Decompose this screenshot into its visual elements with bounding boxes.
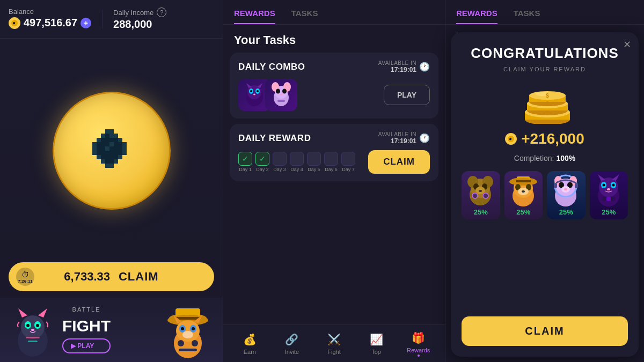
day-4-check [290, 152, 304, 166]
daily-reward-body: ✓ Day 1 ✓ Day 2 Day 3 Day 4 [238, 150, 430, 174]
svg-rect-34 [114, 151, 118, 155]
right-tab-rewards[interactable]: REWARDS [456, 9, 497, 24]
daily-reward-header: DAILY REWARD AVAILABLE IN 17:19:01 🕐 [238, 131, 430, 145]
coins-stack: $ $ $ [518, 81, 572, 124]
svg-marker-141 [598, 174, 605, 181]
balance-section: Balance 497,516.67 + [9, 8, 91, 31]
svg-rect-44 [105, 159, 109, 164]
day-1: ✓ Day 1 [238, 152, 252, 172]
timer-circle: ⏱ 7:26:11 [16, 268, 34, 286]
balance-label: Balance [9, 8, 91, 16]
coin-area[interactable] [0, 39, 223, 262]
svg-rect-29 [92, 151, 97, 155]
svg-point-127 [522, 190, 525, 193]
big-claim-button[interactable]: CLAIM [462, 316, 628, 346]
svg-rect-58 [26, 337, 40, 338]
svg-rect-17 [109, 142, 114, 146]
reward-amount: +216,000 [505, 130, 584, 147]
day-6: Day 6 [324, 152, 338, 172]
svg-rect-123 [516, 180, 531, 182]
right-tab-tasks[interactable]: TASKS [514, 9, 540, 24]
svg-rect-5 [109, 134, 114, 138]
char-pig-pct: 25% [559, 208, 573, 216]
fox-character [158, 303, 217, 362]
day-7-check [341, 152, 355, 166]
tab-rewards[interactable]: REWARDS [234, 9, 275, 24]
timer-icon: ⏱ [21, 270, 29, 279]
big-coin[interactable] [53, 92, 171, 210]
svg-rect-14 [97, 142, 101, 146]
svg-rect-38 [101, 155, 105, 159]
svg-point-74 [178, 340, 184, 346]
completion-pct: 100% [556, 154, 575, 162]
char-grid: 25% 25% [462, 171, 628, 219]
svg-point-115 [479, 190, 482, 192]
svg-rect-31 [101, 151, 105, 155]
svg-rect-10 [109, 138, 114, 142]
char-dog-pct: 25% [516, 208, 530, 216]
income-help-button[interactable]: ? [157, 8, 166, 17]
svg-rect-76 [179, 349, 197, 351]
available-label: AVAILABLE IN [378, 60, 416, 66]
battle-label: BATTLE [62, 306, 111, 313]
combo-characters [238, 79, 297, 111]
svg-rect-11 [114, 138, 118, 142]
nav-invite[interactable]: 🔗 Invite [276, 333, 308, 355]
tasks-list: DAILY COMBO AVAILABLE IN 17:19:01 🕐 [223, 53, 445, 324]
coin-spiral-icon [79, 119, 144, 183]
svg-point-145 [602, 184, 605, 187]
svg-rect-43 [101, 159, 105, 164]
daily-combo-available: AVAILABLE IN 17:19:01 🕐 [378, 60, 430, 73]
tab-tasks[interactable]: TASKS [291, 9, 318, 24]
play-button[interactable]: ▶ PLAY [62, 338, 111, 353]
svg-rect-18 [114, 142, 118, 146]
daily-combo-card: DAILY COMBO AVAILABLE IN 17:19:01 🕐 [230, 53, 438, 119]
coin-icon [9, 17, 20, 29]
claim-amount: 6,733.33 [64, 270, 110, 284]
svg-rect-27 [118, 146, 122, 151]
day-7: Day 7 [341, 152, 355, 172]
svg-rect-30 [97, 151, 101, 155]
svg-point-90 [276, 89, 280, 94]
svg-point-116 [472, 193, 478, 198]
svg-rect-138 [575, 183, 578, 188]
svg-rect-22 [97, 146, 101, 151]
svg-rect-3 [101, 134, 105, 138]
daily-reward-available: AVAILABLE IN 17:19:01 🕐 [378, 131, 430, 145]
congrats-overlay: ✕ CONGRATULATIONS CLAIM YOUR REWARD [451, 32, 639, 357]
nav-active-indicator [418, 354, 420, 357]
svg-rect-33 [109, 151, 114, 155]
section-title: Your Tasks [223, 25, 445, 53]
add-balance-button[interactable]: + [80, 18, 91, 28]
day-1-check: ✓ [238, 152, 252, 166]
svg-marker-142 [612, 174, 619, 181]
claim-reward-button[interactable]: CLAIM [368, 150, 430, 174]
svg-marker-51 [18, 308, 27, 317]
nav-rewards[interactable]: 🎁 Rewards [402, 331, 435, 357]
left-panel: Balance 497,516.67 + Daily Income ? 288,… [0, 0, 223, 362]
svg-rect-36 [122, 151, 127, 155]
header-divider [102, 10, 103, 28]
day-2-label: Day 2 [256, 167, 269, 172]
close-button[interactable]: ✕ [623, 39, 631, 50]
svg-point-71 [192, 327, 195, 330]
svg-rect-42 [118, 155, 122, 159]
income-label-row: Daily Income ? [113, 8, 166, 17]
nav-earn[interactable]: 💰 Earn [233, 333, 266, 355]
char-panther2: 25% [590, 171, 628, 219]
char-bear: 25% [462, 171, 500, 219]
day-7-label: Day 7 [342, 167, 355, 172]
claim-bar[interactable]: ⏱ 7:26:11 6,733.33 CLAIM [9, 262, 214, 291]
svg-rect-149 [606, 197, 611, 201]
svg-point-83 [250, 90, 252, 92]
day-5-label: Day 5 [308, 167, 320, 172]
svg-text:$: $ [546, 101, 549, 107]
svg-rect-46 [114, 159, 118, 164]
battle-info: BATTLE FIGHT ▶ PLAY [62, 306, 111, 353]
day-4: Day 4 [290, 152, 304, 172]
nav-fight[interactable]: ⚔️ Fight [318, 333, 350, 355]
nav-top[interactable]: 📈 Top [360, 333, 392, 355]
play-combo-button[interactable]: PLAY [384, 85, 430, 105]
svg-rect-7 [97, 138, 101, 142]
svg-point-57 [31, 329, 34, 331]
